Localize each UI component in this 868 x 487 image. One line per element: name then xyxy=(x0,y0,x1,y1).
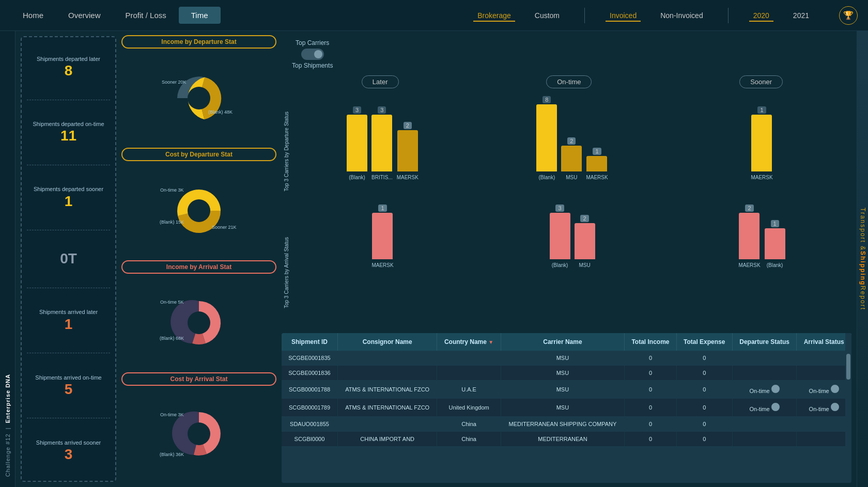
cost-departure-title[interactable]: Cost by Departure Stat xyxy=(121,148,276,161)
col-income: Total Income xyxy=(625,333,677,351)
bar xyxy=(561,146,582,171)
tab-invoiced[interactable]: Invoiced xyxy=(606,9,641,22)
tab-custom[interactable]: Custom xyxy=(531,9,564,22)
nav-item-profitloss[interactable]: Profit / Loss xyxy=(113,7,179,24)
stat-arrived-ontime-value: 5 xyxy=(27,381,110,398)
cell-consignor xyxy=(337,417,437,432)
bar xyxy=(536,104,557,171)
bar xyxy=(575,223,595,259)
cost-arrival-donut: On-time 3K (Blank) 36K xyxy=(158,407,240,464)
income-departure-donut: Sooner 20K (Blank) 48K xyxy=(158,72,240,124)
cell-carrier: MEDITERRANEAN SHIPPING COMPANY xyxy=(501,417,625,432)
cell-departure xyxy=(732,417,797,432)
cell-arrival xyxy=(797,432,851,447)
toggle-area: Top Carriers Top Shipments xyxy=(282,35,343,73)
bar-value: 2 xyxy=(580,215,588,222)
bar xyxy=(765,228,785,259)
nav-item-time[interactable]: Time xyxy=(179,7,221,24)
cell-id: SCGBE0001835 xyxy=(282,351,337,366)
tab-brokerage[interactable]: Brokerage xyxy=(473,9,515,22)
cost-departure-section: Cost by Departure Stat On-time 3K (Blank… xyxy=(121,148,276,258)
bar-item: 2 MSU xyxy=(561,137,582,180)
bar-value: 3 xyxy=(353,106,361,114)
col-carrier: Carrier Name xyxy=(501,333,625,351)
cell-country xyxy=(437,366,501,381)
bar-item: 8 (Blank) xyxy=(536,96,557,180)
scrollbar[interactable] xyxy=(845,333,851,483)
stat-0t: 0T xyxy=(27,250,110,267)
income-arrival-donut: On-time 5K (Blank) 68K xyxy=(158,294,240,351)
tab-2021[interactable]: 2021 xyxy=(789,9,813,22)
income-departure-section: Income by Departure Stat Sooner 20K (Bla xyxy=(121,35,276,146)
cell-expense: 0 xyxy=(676,399,732,417)
toggle-switch[interactable] xyxy=(301,49,324,60)
bar-label: MAERSK xyxy=(397,175,419,180)
income-departure-title[interactable]: Income by Departure Stat xyxy=(121,35,276,49)
later-departure-bars: 3 (Blank) 3 BRITIS... 2 MAERSK xyxy=(293,98,472,180)
bar-item: 2 MSU xyxy=(575,215,595,268)
cell-id: SDAUO001855 xyxy=(282,417,337,432)
later-arrival-bars: 1 MAERSK xyxy=(293,185,472,268)
income-arrival-section: Income by Arrival Stat On-time 5K (Blank… xyxy=(121,260,276,371)
bar-value: 2 xyxy=(745,205,753,212)
bar xyxy=(739,213,760,259)
tab-non-invoiced[interactable]: Non-Invoiced xyxy=(656,9,707,22)
cell-id: SCGB00001788 xyxy=(282,381,337,399)
income-arrival-title[interactable]: Income by Arrival Stat xyxy=(121,260,276,274)
bar-label: (Blank) xyxy=(552,262,568,268)
cost-departure-chart: On-time 3K (Blank) 15K Sooner 21K xyxy=(121,163,276,258)
bar xyxy=(347,115,367,171)
income-departure-chart: Sooner 20K (Blank) 48K xyxy=(121,51,276,146)
radio-button[interactable] xyxy=(831,385,839,393)
stat-departed-later-label: Shipments departed later xyxy=(27,55,110,62)
table-row: SCGB00001789 ATMS & INTERNATIONAL FZCO U… xyxy=(282,399,851,417)
svg-text:(Blank) 48K: (Blank) 48K xyxy=(208,109,233,115)
cell-consignor xyxy=(337,366,437,381)
cell-carrier: MEDITERRANEAN xyxy=(501,432,625,447)
top-carriers-label: Top Carriers xyxy=(296,39,329,46)
later-header: Later xyxy=(362,75,399,88)
cell-expense: 0 xyxy=(676,417,732,432)
tab-2020[interactable]: 2020 xyxy=(749,9,773,22)
top-shipments-label: Top Shipments xyxy=(292,62,333,69)
cell-arrival: On-time xyxy=(797,381,851,399)
radio-button[interactable] xyxy=(771,403,780,411)
cell-carrier: MSU xyxy=(501,399,625,417)
stat-departed-later-value: 8 xyxy=(27,62,110,79)
stat-departed-sooner: Shipments departed sooner 1 xyxy=(27,185,110,209)
bar-value: 2 xyxy=(404,122,412,129)
bar-label: MAERSK xyxy=(371,262,393,268)
radio-button[interactable] xyxy=(771,385,780,393)
cell-income: 0 xyxy=(625,351,677,366)
cost-arrival-title[interactable]: Cost by Arrival Stat xyxy=(121,372,276,386)
cell-consignor xyxy=(337,351,437,366)
col-consignor: Consignor Name xyxy=(337,333,437,351)
cell-arrival xyxy=(797,417,851,432)
bar-charts-container: Top 3 Carriers by Departure Status Top 3… xyxy=(276,73,857,331)
nav-item-overview[interactable]: Overview xyxy=(56,7,113,24)
sort-icon[interactable]: ▼ xyxy=(488,339,493,345)
nav-icon[interactable]: 🏆 xyxy=(839,6,858,25)
cell-id: SCGBI0000 xyxy=(282,432,337,447)
bar-value: 3 xyxy=(378,106,386,114)
ontime-arrival-bars: 3 (Blank) 2 MSU xyxy=(483,185,662,268)
table-row: SCGBE0001836 MSU 0 0 xyxy=(282,366,851,381)
scrollbar-thumb[interactable] xyxy=(846,354,850,380)
bar-item: 1 MAERSK xyxy=(371,205,393,268)
radio-button[interactable] xyxy=(831,403,839,411)
top-nav: Home Overview Profit / Loss Time Brokera… xyxy=(0,0,868,31)
cell-consignor: CHINA IMPORT AND xyxy=(337,432,437,447)
stat-0t-value: 0T xyxy=(27,250,110,267)
bar-item: 1 MAERSK xyxy=(586,148,608,180)
svg-text:(Blank) 15K: (Blank) 15K xyxy=(160,219,184,225)
main-content: Shipments departed later 8 Shipments dep… xyxy=(16,31,857,487)
cell-expense: 0 xyxy=(676,381,732,399)
table-row: SCGB00001788 ATMS & INTERNATIONAL FZCO U… xyxy=(282,381,851,399)
bar-label: (Blank) xyxy=(767,262,783,268)
svg-point-3 xyxy=(188,199,210,222)
sooner-header: Sooner xyxy=(739,75,783,88)
bar-value: 3 xyxy=(555,205,564,212)
nav-item-home[interactable]: Home xyxy=(10,7,56,24)
departure-bars-row: 3 (Blank) 3 BRITIS... 2 MAERSK xyxy=(293,98,851,180)
bar-item: 3 (Blank) xyxy=(550,205,570,268)
